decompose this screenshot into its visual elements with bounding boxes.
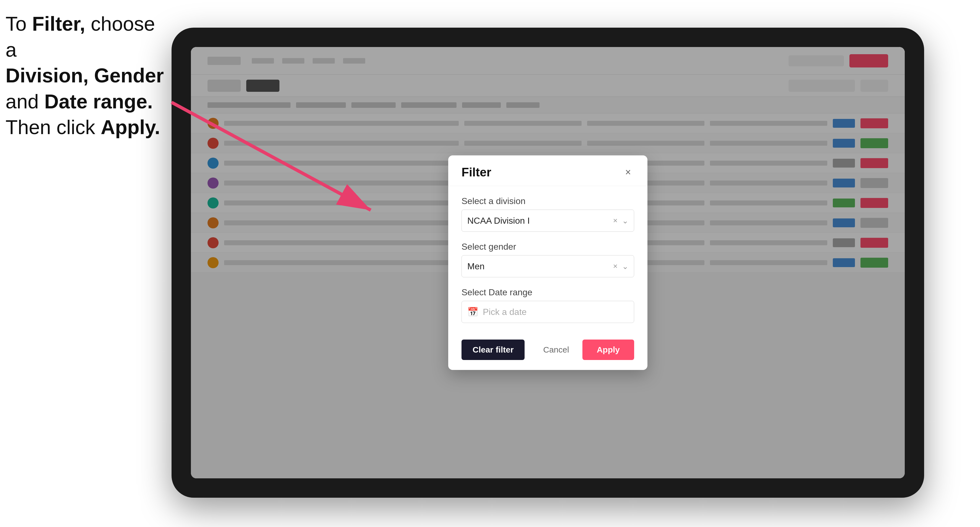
instruction-line3: and Date range. (6, 90, 153, 113)
calendar-icon: 📅 (467, 306, 478, 317)
close-icon: × (625, 167, 631, 178)
date-input[interactable]: 📅 Pick a date (461, 301, 634, 323)
division-clear-icon[interactable]: × (613, 216, 617, 225)
cancel-button[interactable]: Cancel (536, 340, 576, 360)
date-placeholder: Pick a date (483, 307, 527, 317)
division-controls: × ⌄ (613, 216, 628, 225)
modal-body: Select a division NCAA Division I × ⌄ Se… (448, 186, 648, 333)
apply-button[interactable]: Apply (582, 340, 634, 360)
gender-label: Select gender (461, 242, 634, 252)
gender-clear-icon[interactable]: × (613, 262, 617, 271)
instruction-line4: Then click Apply. (6, 116, 160, 138)
instruction-line2: Division, Gender (6, 64, 164, 87)
division-arrows-icon: ⌄ (622, 216, 628, 225)
division-select[interactable]: NCAA Division I × ⌄ (461, 210, 634, 232)
gender-controls: × ⌄ (613, 262, 628, 271)
gender-form-group: Select gender Men × ⌄ (461, 242, 634, 277)
modal-title: Filter (461, 165, 492, 179)
modal-footer: Clear filter Cancel Apply (448, 333, 648, 370)
date-form-group: Select Date range 📅 Pick a date (461, 287, 634, 323)
tablet-frame: Filter × Select a division NCAA Division… (172, 28, 924, 498)
gender-arrows-icon: ⌄ (622, 262, 628, 271)
instruction-line1: To Filter, choose a (6, 13, 155, 61)
division-label: Select a division (461, 196, 634, 206)
clear-filter-button[interactable]: Clear filter (461, 340, 525, 360)
filter-modal: Filter × Select a division NCAA Division… (448, 156, 648, 370)
gender-value: Men (467, 261, 484, 271)
modal-footer-right: Cancel Apply (536, 340, 634, 360)
modal-header: Filter × (448, 156, 648, 186)
tablet-screen: Filter × Select a division NCAA Division… (191, 47, 905, 478)
date-label: Select Date range (461, 287, 634, 297)
division-value: NCAA Division I (467, 216, 530, 226)
gender-select[interactable]: Men × ⌄ (461, 255, 634, 277)
division-form-group: Select a division NCAA Division I × ⌄ (461, 196, 634, 232)
instruction-block: To Filter, choose a Division, Gender and… (6, 11, 166, 140)
modal-overlay: Filter × Select a division NCAA Division… (191, 47, 905, 478)
modal-close-button[interactable]: × (622, 166, 634, 178)
